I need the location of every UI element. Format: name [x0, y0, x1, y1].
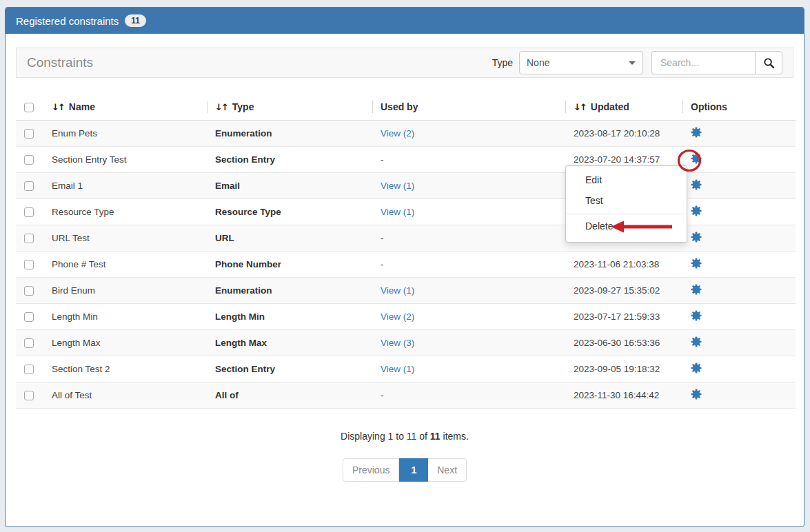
row-options-button[interactable] — [691, 153, 702, 164]
row-options-button[interactable] — [691, 310, 702, 321]
used-by-link[interactable]: View (1) — [381, 285, 414, 296]
constraints-table: ↓↑Name ↓↑Type Used by ↓↑Updated Options — [16, 94, 796, 409]
sort-icon[interactable]: ↓↑ — [574, 102, 586, 112]
search-button[interactable] — [755, 51, 782, 74]
pagination-next-button[interactable]: Next — [428, 458, 467, 482]
row-type: Length Min — [207, 303, 372, 329]
row-updated: 2023-09-27 15:35:02 — [565, 277, 682, 303]
row-checkbox[interactable] — [24, 338, 34, 348]
column-header-updated[interactable]: ↓↑Updated — [565, 94, 682, 120]
type-filter-select[interactable]: None — [519, 51, 643, 74]
row-name: All of Test — [43, 382, 207, 408]
type-filter-label: Type — [492, 57, 513, 68]
chevron-down-icon — [629, 61, 636, 65]
menu-item-delete[interactable]: Delete — [566, 216, 687, 236]
row-options-button[interactable] — [691, 127, 702, 138]
panel-heading: Registered constraints 11 — [6, 8, 804, 34]
search-input[interactable] — [651, 51, 755, 74]
count-badge: 11 — [125, 14, 146, 27]
used-by-link: - — [381, 259, 384, 269]
row-name: Section Test 2 — [43, 356, 207, 382]
row-name: Bird Enum — [43, 277, 207, 303]
row-name: Section Entry Test — [43, 146, 207, 172]
table-row: Length Min Length Min View (2) 2023-07-1… — [16, 303, 796, 329]
row-checkbox[interactable] — [24, 312, 34, 322]
row-name: URL Test — [43, 225, 207, 251]
row-name: Phone # Test — [43, 251, 207, 277]
pagination: Previous 1 Next — [16, 458, 793, 482]
gear-icon — [691, 258, 702, 269]
gear-icon — [691, 362, 702, 374]
menu-item-test[interactable]: Test — [566, 190, 687, 211]
used-by-link: - — [381, 154, 384, 165]
row-updated: 2023-09-05 19:18:32 — [565, 356, 682, 382]
row-checkbox[interactable] — [24, 365, 34, 374]
row-updated: 2023-07-17 21:59:33 — [565, 303, 682, 329]
pagination-page-1-button[interactable]: 1 — [399, 458, 428, 482]
row-options-button[interactable] — [691, 362, 702, 374]
used-by-link[interactable]: View (3) — [381, 338, 414, 348]
row-options-button[interactable] — [691, 389, 702, 400]
sort-icon[interactable]: ↓↑ — [215, 102, 227, 112]
pagination-previous-button[interactable]: Previous — [343, 458, 399, 482]
gear-icon — [691, 389, 702, 400]
used-by-link[interactable]: View (2) — [381, 311, 414, 322]
row-updated: 2023-08-17 20:10:28 — [565, 120, 682, 146]
menu-item-edit[interactable]: Edit — [566, 170, 687, 190]
row-checkbox[interactable] — [24, 155, 34, 165]
toolbar-title: Constraints — [27, 55, 93, 70]
row-options-button[interactable] — [691, 232, 702, 243]
sort-icon[interactable]: ↓↑ — [52, 102, 64, 112]
column-header-options: Options — [682, 94, 796, 120]
gear-icon — [691, 284, 702, 295]
table-row: Enum Pets Enumeration View (2) 2023-08-1… — [16, 120, 796, 146]
row-updated: 2023-11-30 16:44:42 — [565, 382, 682, 408]
row-type: Email — [207, 172, 372, 198]
table-row: All of Test All of - 2023-11-30 16:44:42 — [16, 382, 796, 408]
used-by-link[interactable]: View (1) — [381, 181, 414, 191]
gear-icon — [691, 205, 702, 216]
constraints-toolbar: Constraints Type None — [16, 48, 793, 78]
row-checkbox[interactable] — [24, 286, 34, 296]
row-updated: 2023-06-30 16:53:36 — [565, 329, 682, 356]
row-name: Resource Type — [43, 198, 207, 225]
used-by-link[interactable]: View (1) — [381, 207, 414, 217]
row-checkbox[interactable] — [24, 207, 34, 217]
row-name: Email 1 — [43, 172, 207, 198]
gear-icon — [691, 336, 702, 347]
row-type: Section Entry — [207, 356, 372, 382]
row-type: Enumeration — [207, 277, 372, 303]
column-header-used-by: Used by — [372, 94, 565, 120]
used-by-link[interactable]: View (1) — [381, 364, 414, 374]
row-options-button[interactable] — [691, 258, 702, 269]
used-by-link[interactable]: View (2) — [381, 128, 414, 139]
options-context-menu: Edit Test Delete — [565, 165, 687, 243]
row-options-button[interactable] — [691, 179, 702, 190]
search-icon — [763, 57, 775, 69]
used-by-link: - — [381, 390, 384, 400]
registered-constraints-panel: Registered constraints 11 Constraints Ty… — [5, 7, 804, 527]
items-summary: Displaying 1 to 11 of 11 items. — [16, 431, 793, 442]
table-row: Phone # Test Phone Number - 2023-11-06 2… — [16, 251, 796, 277]
row-name: Enum Pets — [43, 120, 207, 146]
row-options-button[interactable] — [691, 205, 702, 216]
row-options-button[interactable] — [691, 284, 702, 295]
row-checkbox[interactable] — [24, 129, 34, 139]
row-checkbox[interactable] — [24, 234, 34, 243]
row-checkbox[interactable] — [24, 181, 34, 191]
table-row: Length Max Length Max View (3) 2023-06-3… — [16, 329, 796, 356]
column-header-name[interactable]: ↓↑Name — [43, 94, 207, 120]
table-row: Bird Enum Enumeration View (1) 2023-09-2… — [16, 277, 796, 303]
row-checkbox[interactable] — [24, 260, 34, 269]
row-options-button[interactable] — [691, 336, 702, 347]
used-by-link: - — [381, 233, 384, 243]
gear-icon — [691, 310, 702, 321]
row-type: Enumeration — [207, 120, 372, 146]
gear-icon — [691, 127, 702, 138]
row-type: Resource Type — [207, 198, 372, 225]
type-filter-selected-value: None — [527, 57, 549, 68]
row-checkbox[interactable] — [24, 391, 34, 400]
column-header-type[interactable]: ↓↑Type — [207, 94, 372, 120]
select-all-checkbox[interactable] — [24, 103, 34, 112]
table-row: Section Test 2 Section Entry View (1) 20… — [16, 356, 796, 382]
